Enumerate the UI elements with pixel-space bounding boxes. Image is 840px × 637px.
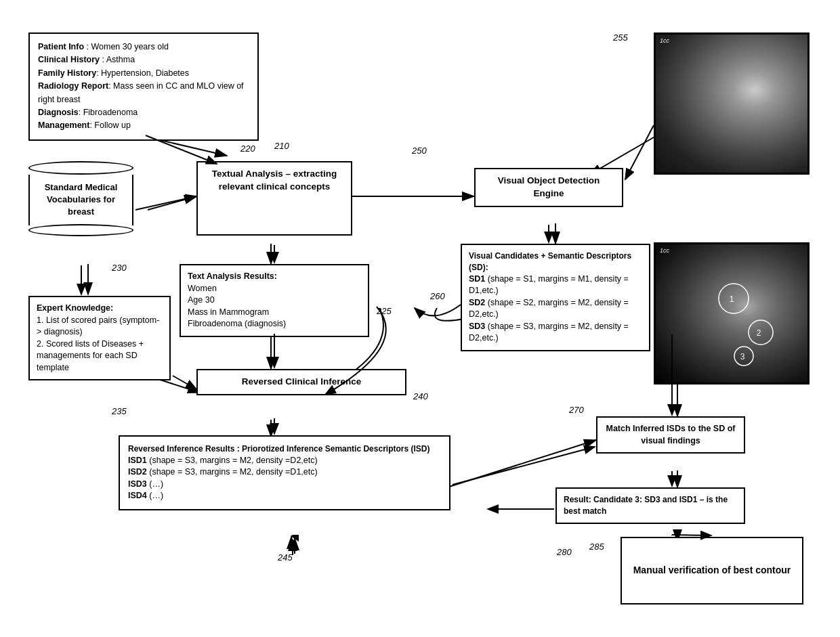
vocabulary-title: Standard Medical Vocabularies for breast <box>35 181 127 219</box>
family-history-label: Family History <box>38 68 96 78</box>
label-280: 280 <box>557 547 572 557</box>
svg-line-36 <box>173 376 196 389</box>
visual-candidates-box: Visual Candidates + Semantic Descriptors… <box>461 244 650 351</box>
label-230: 230 <box>112 263 127 273</box>
reversed-results-isd3: ISD3 (…) <box>128 479 441 491</box>
svg-line-32 <box>625 125 654 179</box>
svg-text:1: 1 <box>730 294 734 304</box>
diagnosis-label: Diagnosis <box>38 108 79 117</box>
text-results-line3: Mass in Mammogram <box>188 307 361 319</box>
svg-line-39 <box>453 447 595 485</box>
expert-knowledge-line1: 1. List of scored pairs (symptom-> diagn… <box>37 315 163 338</box>
family-history-value: : Hypertension, Diabetes <box>96 68 189 78</box>
label-220: 220 <box>240 144 255 154</box>
diagnosis-value: : Fibroadenoma <box>79 108 138 117</box>
mammogram-top: 1cc <box>654 32 810 175</box>
label-240: 240 <box>413 391 428 401</box>
text-results-title: Text Analysis Results: <box>188 271 361 283</box>
reversed-inference-title: Reversed Clinical Inference <box>206 376 397 389</box>
result-box: Result: Candidate 3: SD3 and ISD1 – is t… <box>555 487 745 524</box>
visual-object-box: Visual Object Detection Engine <box>474 168 623 207</box>
manual-verification-title: Manual verification of best contour <box>633 564 791 577</box>
svg-text:3: 3 <box>740 352 745 361</box>
patient-info-value: : Women 30 years old <box>84 42 169 51</box>
label-260: 260 <box>430 291 445 301</box>
svg-line-10 <box>148 196 196 210</box>
textual-analysis-title: Textual Analysis – extracting relevant c… <box>205 168 344 194</box>
mammogram-bottom-label: 1cc <box>660 247 669 254</box>
patient-info-box: Patient Info : Women 30 years old Clinic… <box>28 32 259 141</box>
reversed-results-isd2: ISD2 (shape = S3, margins = M2, density … <box>128 466 441 479</box>
reversed-results-isd4: ISD4 (…) <box>128 490 441 502</box>
reversed-results-isd1: ISD1 (shape = S3, margins = M2, density … <box>128 455 441 467</box>
mammogram-top-label: 1cc <box>660 37 669 44</box>
patient-info-label: Patient Info <box>38 42 84 51</box>
label-270: 270 <box>569 405 584 415</box>
reversed-results-title: Reversed Inference Results : Priorotized… <box>128 443 441 455</box>
text-results-line4: Fibroadenoma (diagnosis) <box>188 318 361 330</box>
diagram: Patient Info : Women 30 years old Clinic… <box>0 0 840 637</box>
text-results-line1: Women <box>188 283 361 295</box>
mammogram-top-image <box>656 35 807 173</box>
clinical-history-value: : Asthma <box>100 55 135 64</box>
visual-candidates-title: Visual Candidates + Semantic Descriptors… <box>469 250 642 273</box>
management-label: Management <box>38 120 89 130</box>
visual-candidates-sd1: SD1 (shape = S1, margins = M1, density =… <box>469 273 642 297</box>
text-results-line2: Age 30 <box>188 294 361 307</box>
label-210: 210 <box>274 141 289 151</box>
mammogram-bottom-image: 1 2 3 <box>656 244 807 382</box>
label-255: 255 <box>613 32 628 43</box>
radiology-report-label: Radiology Report <box>38 81 108 91</box>
mammogram-bottom: 1 2 3 1cc <box>654 242 810 385</box>
svg-line-13 <box>447 440 596 487</box>
visual-candidates-sd3: SD3 (shape = S3, margins = M2, density =… <box>469 321 642 345</box>
arrow-245 <box>288 535 301 555</box>
svg-line-29 <box>135 196 196 210</box>
result-title: Result: Candidate 3: SD3 and ISD1 – is t… <box>564 494 737 517</box>
label-285: 285 <box>589 542 604 552</box>
expert-knowledge-box: Expert Knowledge: 1. List of scored pair… <box>28 296 171 380</box>
expert-knowledge-title: Expert Knowledge: <box>37 303 163 315</box>
visual-candidates-sd2: SD2 (shape = S2, margins = M2, density =… <box>469 297 642 321</box>
label-235: 235 <box>112 406 127 416</box>
visual-object-title: Visual Object Detection Engine <box>484 175 614 200</box>
expert-knowledge-line2: 2. Scored lists of Diseases + management… <box>37 338 163 374</box>
match-isd-title: Match Inferred ISDs to the SD of visual … <box>604 423 737 447</box>
manual-verification-box: Manual verification of best contour <box>621 537 803 605</box>
text-results-box: Text Analysis Results: Women Age 30 Mass… <box>180 264 369 337</box>
reversed-inference-box: Reversed Clinical Inference <box>196 369 406 395</box>
textual-analysis-box: Textual Analysis – extracting relevant c… <box>196 161 352 236</box>
patient-info-content: Patient Info : Women 30 years old Clinic… <box>38 41 249 133</box>
clinical-history-label: Clinical History <box>38 55 100 64</box>
label-250: 250 <box>412 146 427 156</box>
label-225: 225 <box>377 306 392 316</box>
match-isd-box: Match Inferred ISDs to the SD of visual … <box>596 416 745 454</box>
reversed-results-box: Reversed Inference Results : Priorotized… <box>119 435 450 510</box>
mammogram-annotations: 1 2 3 <box>656 244 807 382</box>
management-value: : Follow up <box>89 120 130 130</box>
vocabulary-cylinder: Standard Medical Vocabularies for breast <box>28 161 133 236</box>
svg-line-42 <box>672 535 711 535</box>
svg-text:2: 2 <box>757 328 761 338</box>
